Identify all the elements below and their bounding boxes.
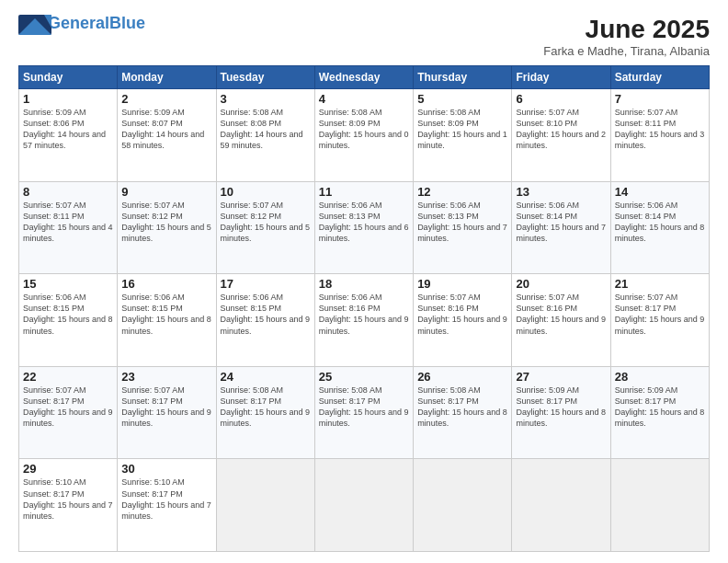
day-cell-18: 18 Sunrise: 5:06 AM Sunset: 8:16 PM Dayl… [314,274,413,367]
day-cell-20: 20 Sunrise: 5:07 AM Sunset: 8:16 PM Dayl… [512,274,610,367]
calendar-table: SundayMondayTuesdayWednesdayThursdayFrid… [18,65,710,552]
day-cell-19: 19 Sunrise: 5:07 AM Sunset: 8:16 PM Dayl… [414,274,512,367]
day-info: Sunrise: 5:08 AM Sunset: 8:17 PM Dayligh… [221,385,311,430]
day-info: Sunrise: 5:07 AM Sunset: 8:10 PM Dayligh… [516,107,606,152]
logo-icon [18,15,44,31]
day-number: 26 [417,370,507,384]
day-number: 23 [121,370,211,384]
day-cell-10: 10 Sunrise: 5:07 AM Sunset: 8:12 PM Dayl… [216,181,314,274]
day-cell-14: 14 Sunrise: 5:06 AM Sunset: 8:14 PM Dayl… [610,181,709,274]
day-number: 1 [23,92,113,106]
day-number: 11 [319,185,409,199]
empty-cell [414,459,512,552]
day-cell-13: 13 Sunrise: 5:06 AM Sunset: 8:14 PM Dayl… [512,181,610,274]
title-block: June 2025 Farka e Madhe, Tirana, Albania [543,15,710,58]
day-info: Sunrise: 5:06 AM Sunset: 8:15 PM Dayligh… [23,292,113,337]
day-number: 10 [221,185,311,199]
empty-cell [314,459,413,552]
location: Farka e Madhe, Tirana, Albania [543,44,710,58]
empty-cell [610,459,709,552]
day-info: Sunrise: 5:09 AM Sunset: 8:17 PM Dayligh… [516,385,606,430]
day-number: 14 [615,185,705,199]
day-cell-9: 9 Sunrise: 5:07 AM Sunset: 8:12 PM Dayli… [118,181,216,274]
day-cell-7: 7 Sunrise: 5:07 AM Sunset: 8:11 PM Dayli… [610,89,709,182]
day-info: Sunrise: 5:07 AM Sunset: 8:11 PM Dayligh… [23,200,113,245]
day-cell-29: 29 Sunrise: 5:10 AM Sunset: 8:17 PM Dayl… [19,459,118,552]
day-info: Sunrise: 5:09 AM Sunset: 8:17 PM Dayligh… [615,385,705,430]
day-cell-28: 28 Sunrise: 5:09 AM Sunset: 8:17 PM Dayl… [610,366,709,459]
day-number: 29 [23,462,113,476]
empty-cell [216,459,314,552]
day-number: 12 [417,185,507,199]
day-number: 5 [417,92,507,106]
day-number: 28 [615,370,705,384]
day-info: Sunrise: 5:10 AM Sunset: 8:17 PM Dayligh… [121,477,211,522]
day-info: Sunrise: 5:06 AM Sunset: 8:16 PM Dayligh… [319,292,409,337]
day-info: Sunrise: 5:07 AM Sunset: 8:17 PM Dayligh… [23,385,113,430]
page: GeneralBlue June 2025 Farka e Madhe, Tir… [0,0,728,563]
day-info: Sunrise: 5:06 AM Sunset: 8:13 PM Dayligh… [319,200,409,245]
week-row-2: 8 Sunrise: 5:07 AM Sunset: 8:11 PM Dayli… [19,181,710,274]
day-cell-21: 21 Sunrise: 5:07 AM Sunset: 8:17 PM Dayl… [610,274,709,367]
day-number: 17 [221,277,311,291]
day-info: Sunrise: 5:08 AM Sunset: 8:17 PM Dayligh… [319,385,409,430]
logo-general: GeneralBlue [48,15,145,31]
day-info: Sunrise: 5:06 AM Sunset: 8:15 PM Dayligh… [221,292,311,337]
day-number: 19 [417,277,507,291]
day-number: 2 [121,92,211,106]
day-cell-1: 1 Sunrise: 5:09 AM Sunset: 8:06 PM Dayli… [19,89,118,182]
day-number: 21 [615,277,705,291]
day-number: 30 [121,462,211,476]
day-number: 27 [516,370,606,384]
day-cell-25: 25 Sunrise: 5:08 AM Sunset: 8:17 PM Dayl… [314,366,413,459]
day-number: 15 [23,277,113,291]
day-number: 7 [615,92,705,106]
day-cell-22: 22 Sunrise: 5:07 AM Sunset: 8:17 PM Dayl… [19,366,118,459]
day-number: 6 [516,92,606,106]
day-cell-15: 15 Sunrise: 5:06 AM Sunset: 8:15 PM Dayl… [19,274,118,367]
day-cell-5: 5 Sunrise: 5:08 AM Sunset: 8:09 PM Dayli… [414,89,512,182]
logo-blue-text: Blue [109,14,145,32]
day-info: Sunrise: 5:07 AM Sunset: 8:17 PM Dayligh… [121,385,211,430]
day-number: 25 [319,370,409,384]
header-day-saturday: Saturday [610,66,709,89]
day-number: 3 [221,92,311,106]
day-number: 24 [221,370,311,384]
day-cell-12: 12 Sunrise: 5:06 AM Sunset: 8:13 PM Dayl… [414,181,512,274]
day-info: Sunrise: 5:06 AM Sunset: 8:15 PM Dayligh… [121,292,211,337]
week-row-5: 29 Sunrise: 5:10 AM Sunset: 8:17 PM Dayl… [19,459,710,552]
day-info: Sunrise: 5:06 AM Sunset: 8:14 PM Dayligh… [615,200,705,245]
day-cell-24: 24 Sunrise: 5:08 AM Sunset: 8:17 PM Dayl… [216,366,314,459]
day-cell-27: 27 Sunrise: 5:09 AM Sunset: 8:17 PM Dayl… [512,366,610,459]
day-info: Sunrise: 5:07 AM Sunset: 8:17 PM Dayligh… [615,292,705,337]
header-day-sunday: Sunday [19,66,118,89]
day-cell-23: 23 Sunrise: 5:07 AM Sunset: 8:17 PM Dayl… [118,366,216,459]
day-info: Sunrise: 5:09 AM Sunset: 8:06 PM Dayligh… [23,107,113,152]
day-number: 16 [121,277,211,291]
day-number: 13 [516,185,606,199]
day-number: 20 [516,277,606,291]
day-cell-4: 4 Sunrise: 5:08 AM Sunset: 8:09 PM Dayli… [314,89,413,182]
day-cell-11: 11 Sunrise: 5:06 AM Sunset: 8:13 PM Dayl… [314,181,413,274]
week-row-3: 15 Sunrise: 5:06 AM Sunset: 8:15 PM Dayl… [19,274,710,367]
day-cell-30: 30 Sunrise: 5:10 AM Sunset: 8:17 PM Dayl… [118,459,216,552]
day-cell-16: 16 Sunrise: 5:06 AM Sunset: 8:15 PM Dayl… [118,274,216,367]
day-info: Sunrise: 5:08 AM Sunset: 8:09 PM Dayligh… [319,107,409,152]
header-day-monday: Monday [118,66,216,89]
header-day-friday: Friday [512,66,610,89]
day-cell-8: 8 Sunrise: 5:07 AM Sunset: 8:11 PM Dayli… [19,181,118,274]
week-row-1: 1 Sunrise: 5:09 AM Sunset: 8:06 PM Dayli… [19,89,710,182]
day-cell-3: 3 Sunrise: 5:08 AM Sunset: 8:08 PM Dayli… [216,89,314,182]
header-day-tuesday: Tuesday [216,66,314,89]
day-number: 18 [319,277,409,291]
day-info: Sunrise: 5:07 AM Sunset: 8:11 PM Dayligh… [615,107,705,152]
header: GeneralBlue June 2025 Farka e Madhe, Tir… [18,15,710,58]
day-cell-2: 2 Sunrise: 5:09 AM Sunset: 8:07 PM Dayli… [118,89,216,182]
header-day-thursday: Thursday [414,66,512,89]
day-info: Sunrise: 5:08 AM Sunset: 8:08 PM Dayligh… [221,107,311,152]
logo-text-block: GeneralBlue [48,15,145,31]
header-row: SundayMondayTuesdayWednesdayThursdayFrid… [19,66,710,89]
day-info: Sunrise: 5:09 AM Sunset: 8:07 PM Dayligh… [121,107,211,152]
day-info: Sunrise: 5:07 AM Sunset: 8:12 PM Dayligh… [121,200,211,245]
week-row-4: 22 Sunrise: 5:07 AM Sunset: 8:17 PM Dayl… [19,366,710,459]
